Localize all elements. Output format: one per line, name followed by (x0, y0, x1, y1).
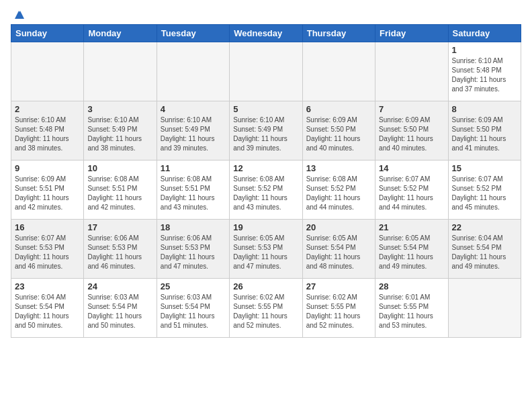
calendar-day-cell: 1Sunrise: 6:10 AM Sunset: 5:48 PM Daylig… (448, 42, 521, 101)
calendar-day-cell: 16Sunrise: 6:07 AM Sunset: 5:53 PM Dayli… (11, 220, 84, 279)
day-info: Sunrise: 6:10 AM Sunset: 5:48 PM Dayligh… (452, 56, 517, 94)
page-header (11, 11, 521, 21)
calendar-day-cell: 22Sunrise: 6:04 AM Sunset: 5:54 PM Dayli… (448, 220, 521, 279)
day-info: Sunrise: 6:10 AM Sunset: 5:48 PM Dayligh… (15, 116, 80, 153)
day-info: Sunrise: 6:07 AM Sunset: 5:52 PM Dayligh… (379, 175, 444, 212)
day-info: Sunrise: 6:10 AM Sunset: 5:49 PM Dayligh… (233, 116, 298, 153)
calendar-day-cell: 14Sunrise: 6:07 AM Sunset: 5:52 PM Dayli… (375, 161, 448, 220)
calendar-day-cell: 27Sunrise: 6:02 AM Sunset: 5:55 PM Dayli… (302, 279, 375, 338)
day-number: 21 (379, 222, 444, 232)
calendar-day-cell: 19Sunrise: 6:05 AM Sunset: 5:53 PM Dayli… (230, 220, 302, 279)
calendar-day-cell: 20Sunrise: 6:05 AM Sunset: 5:54 PM Dayli… (302, 220, 375, 279)
calendar-day-cell: 24Sunrise: 6:03 AM Sunset: 5:54 PM Dayli… (84, 279, 157, 338)
day-number: 8 (452, 104, 517, 114)
calendar-day-cell: 10Sunrise: 6:08 AM Sunset: 5:51 PM Dayli… (84, 161, 157, 220)
calendar-day-cell: 26Sunrise: 6:02 AM Sunset: 5:55 PM Dayli… (230, 279, 302, 338)
day-info: Sunrise: 6:08 AM Sunset: 5:51 PM Dayligh… (87, 175, 152, 212)
calendar-day-cell: 6Sunrise: 6:09 AM Sunset: 5:50 PM Daylig… (302, 101, 375, 161)
day-info: Sunrise: 6:05 AM Sunset: 5:54 PM Dayligh… (306, 234, 371, 271)
day-info: Sunrise: 6:05 AM Sunset: 5:54 PM Dayligh… (379, 234, 444, 271)
calendar-day-cell: 15Sunrise: 6:07 AM Sunset: 5:52 PM Dayli… (448, 161, 521, 220)
calendar-day-cell: 3Sunrise: 6:10 AM Sunset: 5:49 PM Daylig… (84, 101, 157, 161)
day-number: 2 (15, 104, 80, 114)
day-number: 1 (452, 45, 517, 55)
day-info: Sunrise: 6:06 AM Sunset: 5:53 PM Dayligh… (161, 234, 226, 271)
day-info: Sunrise: 6:08 AM Sunset: 5:51 PM Dayligh… (161, 175, 226, 212)
weekday-header-wednesday: Wednesday (230, 25, 302, 42)
calendar-week-row: 16Sunrise: 6:07 AM Sunset: 5:53 PM Dayli… (11, 220, 521, 279)
calendar-day-cell: 18Sunrise: 6:06 AM Sunset: 5:53 PM Dayli… (157, 220, 229, 279)
logo (11, 11, 26, 21)
day-number: 22 (452, 222, 517, 232)
day-info: Sunrise: 6:08 AM Sunset: 5:52 PM Dayligh… (306, 175, 371, 212)
day-info: Sunrise: 6:07 AM Sunset: 5:53 PM Dayligh… (15, 234, 80, 271)
calendar-day-cell (448, 279, 521, 338)
day-number: 24 (87, 281, 152, 291)
day-number: 3 (87, 104, 152, 114)
day-number: 9 (15, 163, 80, 173)
day-info: Sunrise: 6:10 AM Sunset: 5:49 PM Dayligh… (87, 116, 152, 153)
weekday-header-friday: Friday (375, 25, 448, 42)
day-number: 11 (161, 163, 226, 173)
day-number: 5 (233, 104, 298, 114)
calendar-day-cell: 4Sunrise: 6:10 AM Sunset: 5:49 PM Daylig… (157, 101, 229, 161)
calendar-day-cell: 9Sunrise: 6:09 AM Sunset: 5:51 PM Daylig… (11, 161, 84, 220)
calendar-day-cell: 2Sunrise: 6:10 AM Sunset: 5:48 PM Daylig… (11, 101, 84, 161)
day-info: Sunrise: 6:07 AM Sunset: 5:52 PM Dayligh… (452, 175, 517, 212)
day-number: 20 (306, 222, 371, 232)
day-info: Sunrise: 6:09 AM Sunset: 5:50 PM Dayligh… (379, 116, 444, 153)
day-number: 18 (161, 222, 226, 232)
calendar-day-cell (375, 42, 448, 101)
calendar-week-row: 1Sunrise: 6:10 AM Sunset: 5:48 PM Daylig… (11, 42, 521, 101)
day-number: 4 (161, 104, 226, 114)
day-number: 7 (379, 104, 444, 114)
calendar-day-cell: 28Sunrise: 6:01 AM Sunset: 5:55 PM Dayli… (375, 279, 448, 338)
day-number: 13 (306, 163, 371, 173)
day-number: 16 (15, 222, 80, 232)
day-number: 26 (233, 281, 298, 291)
day-info: Sunrise: 6:08 AM Sunset: 5:52 PM Dayligh… (233, 175, 298, 212)
calendar-table: SundayMondayTuesdayWednesdayThursdayFrid… (11, 24, 521, 338)
calendar-day-cell: 7Sunrise: 6:09 AM Sunset: 5:50 PM Daylig… (375, 101, 448, 161)
calendar-day-cell: 5Sunrise: 6:10 AM Sunset: 5:49 PM Daylig… (230, 101, 302, 161)
calendar-day-cell: 8Sunrise: 6:09 AM Sunset: 5:50 PM Daylig… (448, 101, 521, 161)
day-info: Sunrise: 6:03 AM Sunset: 5:54 PM Dayligh… (87, 293, 152, 330)
day-info: Sunrise: 6:04 AM Sunset: 5:54 PM Dayligh… (15, 293, 80, 330)
calendar-day-cell: 11Sunrise: 6:08 AM Sunset: 5:51 PM Dayli… (157, 161, 229, 220)
calendar-day-cell: 17Sunrise: 6:06 AM Sunset: 5:53 PM Dayli… (84, 220, 157, 279)
day-info: Sunrise: 6:09 AM Sunset: 5:51 PM Dayligh… (15, 175, 80, 212)
day-number: 19 (233, 222, 298, 232)
weekday-header-saturday: Saturday (448, 25, 521, 42)
day-info: Sunrise: 6:09 AM Sunset: 5:50 PM Dayligh… (452, 116, 517, 153)
day-number: 15 (452, 163, 517, 173)
day-number: 12 (233, 163, 298, 173)
calendar-week-row: 23Sunrise: 6:04 AM Sunset: 5:54 PM Dayli… (11, 279, 521, 338)
day-number: 10 (87, 163, 152, 173)
weekday-header-monday: Monday (84, 25, 157, 42)
calendar-day-cell (157, 42, 229, 101)
day-info: Sunrise: 6:09 AM Sunset: 5:50 PM Dayligh… (306, 116, 371, 153)
calendar-day-cell (11, 42, 84, 101)
day-number: 23 (15, 281, 80, 291)
day-number: 14 (379, 163, 444, 173)
day-info: Sunrise: 6:02 AM Sunset: 5:55 PM Dayligh… (233, 293, 298, 330)
day-info: Sunrise: 6:05 AM Sunset: 5:53 PM Dayligh… (233, 234, 298, 271)
calendar-day-cell (302, 42, 375, 101)
weekday-header-thursday: Thursday (302, 25, 375, 42)
calendar-day-cell (84, 42, 157, 101)
day-number: 25 (161, 281, 226, 291)
day-info: Sunrise: 6:06 AM Sunset: 5:53 PM Dayligh… (87, 234, 152, 271)
logo-icon (12, 9, 26, 21)
day-info: Sunrise: 6:04 AM Sunset: 5:54 PM Dayligh… (452, 234, 517, 271)
calendar-day-cell: 23Sunrise: 6:04 AM Sunset: 5:54 PM Dayli… (11, 279, 84, 338)
calendar-week-row: 9Sunrise: 6:09 AM Sunset: 5:51 PM Daylig… (11, 161, 521, 220)
day-number: 28 (379, 281, 444, 291)
weekday-header-tuesday: Tuesday (157, 25, 229, 42)
weekday-header-row: SundayMondayTuesdayWednesdayThursdayFrid… (11, 25, 521, 42)
day-number: 17 (87, 222, 152, 232)
day-info: Sunrise: 6:10 AM Sunset: 5:49 PM Dayligh… (161, 116, 226, 153)
calendar-day-cell: 13Sunrise: 6:08 AM Sunset: 5:52 PM Dayli… (302, 161, 375, 220)
calendar-day-cell (230, 42, 302, 101)
calendar-day-cell: 25Sunrise: 6:03 AM Sunset: 5:54 PM Dayli… (157, 279, 229, 338)
day-number: 6 (306, 104, 371, 114)
